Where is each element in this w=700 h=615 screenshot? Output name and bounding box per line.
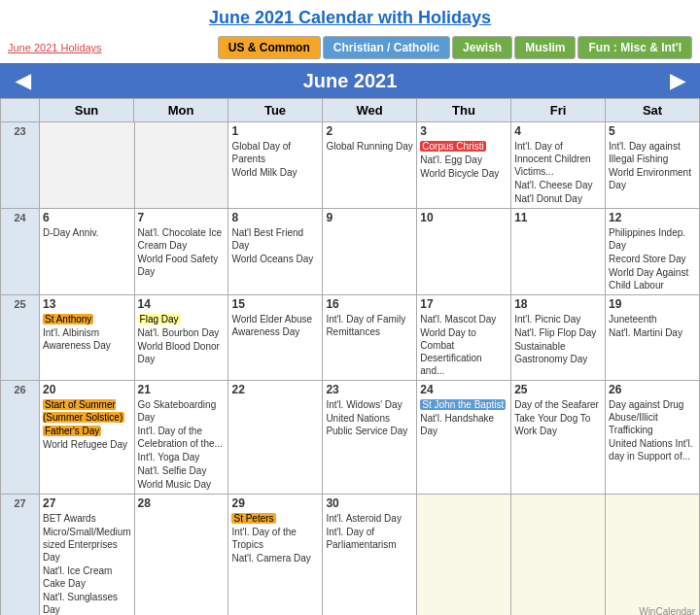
- calendar-event: Day of the Seafarer: [514, 398, 602, 411]
- calendar-event: United Nations Public Service Day: [326, 412, 413, 437]
- holidays-link[interactable]: June 2021 Holidays: [8, 42, 102, 53]
- calendar-event: Take Your Dog To Work Day: [514, 412, 602, 437]
- day-header-mon: Mon: [134, 98, 228, 122]
- calendar-event: World Day to Combat Desertification and.…: [420, 326, 508, 377]
- calendar-event: Int'l. Day of Family Remittances: [326, 313, 413, 338]
- tab-fun[interactable]: Fun : Misc & Int'l: [578, 36, 692, 59]
- date-number: 5: [609, 124, 696, 138]
- calendar-event: Global Day of Parents: [231, 140, 319, 165]
- day-header-fri: Fri: [511, 98, 606, 122]
- tab-muslim[interactable]: Muslim: [514, 36, 576, 59]
- prev-month-button[interactable]: ◀: [16, 69, 30, 92]
- calendar-cell: 26Day against Drug Abuse/Illicit Traffic…: [606, 381, 700, 495]
- date-number: 27: [43, 496, 131, 510]
- date-number: 20: [43, 383, 131, 396]
- date-number: 21: [138, 383, 226, 396]
- tab-us[interactable]: US & Common: [218, 36, 321, 59]
- calendar-event: Int'l. Widows' Day: [326, 398, 413, 411]
- calendar-event: Int'l. Day of the Celebration of the...: [138, 425, 226, 450]
- calendar-cell: 11: [511, 209, 606, 295]
- calendar-event: Nat'l. Selfie Day: [138, 464, 226, 477]
- date-number: 19: [609, 297, 696, 311]
- week-number-24: 24: [1, 209, 40, 295]
- calendar-cell: 4Int'l. Day of Innocent Children Victims…: [511, 122, 606, 209]
- date-number: 11: [514, 211, 602, 224]
- calendar-cell: [40, 122, 135, 209]
- date-number: 16: [326, 297, 413, 311]
- calendar-cell: 14Flag DayNat'l. Bourbon DayWorld Blood …: [135, 295, 229, 381]
- date-number: 17: [420, 297, 508, 311]
- calendar-event: World Milk Day: [231, 166, 319, 179]
- date-number: 12: [609, 211, 696, 224]
- calendar-cell: 8Nat'l Best Friend DayWorld Oceans Day: [228, 209, 323, 295]
- date-number: 18: [514, 297, 602, 311]
- calendar-cell: 24St John the BaptistNat'l. Handshake Da…: [417, 381, 511, 495]
- calendar-event: World Elder Abuse Awareness Day: [231, 313, 319, 338]
- calendar-event: Philippines Indep. Day: [609, 226, 696, 252]
- calendar-event: Nat'l. Chocolate Ice Cream Day: [138, 226, 226, 252]
- calendar-cell: 13St AnthonyInt'l. Albinism Awareness Da…: [40, 295, 135, 381]
- calendar-event: Start of Summer (Summer Solstice): [43, 398, 131, 424]
- date-number: 1: [231, 124, 319, 138]
- date-number: 23: [326, 383, 413, 396]
- calendar-event: D-Day Anniv.: [43, 226, 131, 239]
- calendar-cell: 18Int'l. Picnic DayNat'l. Flip Flop DayS…: [511, 295, 606, 381]
- calendar-cell: 9: [323, 209, 417, 295]
- calendar-event: World Blood Donor Day: [138, 340, 226, 365]
- date-number: 28: [138, 496, 226, 510]
- date-number: 6: [43, 211, 131, 224]
- calendar-cell: 21Go Skateboarding DayInt'l. Day of the …: [135, 381, 229, 495]
- calendar-cell: 12Philippines Indep. DayRecord Store Day…: [606, 209, 700, 295]
- calendar-event: World Environment Day: [609, 166, 696, 191]
- next-month-button[interactable]: ▶: [670, 69, 684, 92]
- day-header-sat: Sat: [606, 98, 700, 122]
- date-number: 14: [138, 297, 226, 311]
- calendar-cell: 27BET AwardsMicro/Small/Medium sized Ent…: [40, 495, 135, 615]
- calendar-event: Int'l. Day of Parliamentarism: [326, 526, 413, 551]
- day-headers: SunMonTueWedThuFriSat: [0, 98, 700, 122]
- calendar-cell: 17Nat'l. Mascot DayWorld Day to Combat D…: [417, 295, 511, 381]
- calendar-event: Int'l. Day against Illegal Fishing: [609, 140, 696, 165]
- tab-jewish[interactable]: Jewish: [452, 36, 512, 59]
- calendar-event: Corpus Christi: [420, 140, 508, 153]
- calendar-cell: [511, 495, 606, 615]
- calendar-event: Nat'l. Sunglasses Day: [43, 591, 131, 615]
- calendar-cell: 3Corpus ChristiNat'l. Egg DayWorld Bicyc…: [417, 122, 511, 209]
- week-number-26: 26: [1, 381, 40, 495]
- calendar-cell: 10: [417, 209, 511, 295]
- calendar-cell: 1Global Day of ParentsWorld Milk Day: [228, 122, 323, 209]
- date-number: 29: [231, 496, 319, 510]
- calendar-event: Record Store Day: [609, 253, 696, 265]
- week-number-23: 23: [1, 122, 40, 209]
- date-number: 4: [514, 124, 602, 138]
- calendar-cell: WinCalendar: [606, 495, 700, 615]
- calendar-cell: 5Int'l. Day against Illegal FishingWorld…: [606, 122, 700, 209]
- calendar-event: Nat'l. Cheese Day: [514, 179, 602, 191]
- day-header-thu: Thu: [417, 98, 511, 122]
- day-header-sun: Sun: [40, 98, 134, 122]
- calendar-cell: 19JuneteenthNat'l. Martini Day: [606, 295, 700, 381]
- calendar-cell: [417, 495, 511, 615]
- date-number: 8: [231, 211, 319, 224]
- week-number-25: 25: [1, 295, 40, 381]
- calendar-cell: [135, 122, 229, 209]
- calendar-cell: 23Int'l. Widows' DayUnited Nations Publi…: [323, 381, 417, 495]
- calendar-event: Nat'l. Mascot Day: [420, 313, 508, 325]
- calendar-event: World Music Day: [138, 478, 226, 491]
- tab-christian-catholic[interactable]: Christian / Catholic: [323, 36, 450, 59]
- calendar-event: Nat'l. Flip Flop Day: [514, 326, 602, 339]
- top-bar: June 2021 Holidays US & Common Christian…: [0, 32, 700, 63]
- calendar-header: ◀ June 2021 ▶: [0, 63, 700, 98]
- date-number: 3: [420, 124, 508, 138]
- date-number: 26: [609, 383, 696, 396]
- calendar-cell: 30Int'l. Asteroid DayInt'l. Day of Parli…: [323, 495, 417, 615]
- calendar-cell: 22: [228, 381, 323, 495]
- calendar-event: Int'l. Day of Innocent Children Victims.…: [514, 140, 602, 178]
- calendar-event: St Peters: [231, 512, 319, 525]
- calendar-event: Go Skateboarding Day: [138, 398, 226, 424]
- calendar-event: Nat'l. Camera Day: [231, 552, 319, 564]
- calendar-cell: 15World Elder Abuse Awareness Day: [228, 295, 323, 381]
- day-header-wed: Wed: [323, 98, 417, 122]
- calendar-cell: 2Global Running Day: [323, 122, 417, 209]
- calendar-event: Nat'l. Handshake Day: [420, 412, 508, 437]
